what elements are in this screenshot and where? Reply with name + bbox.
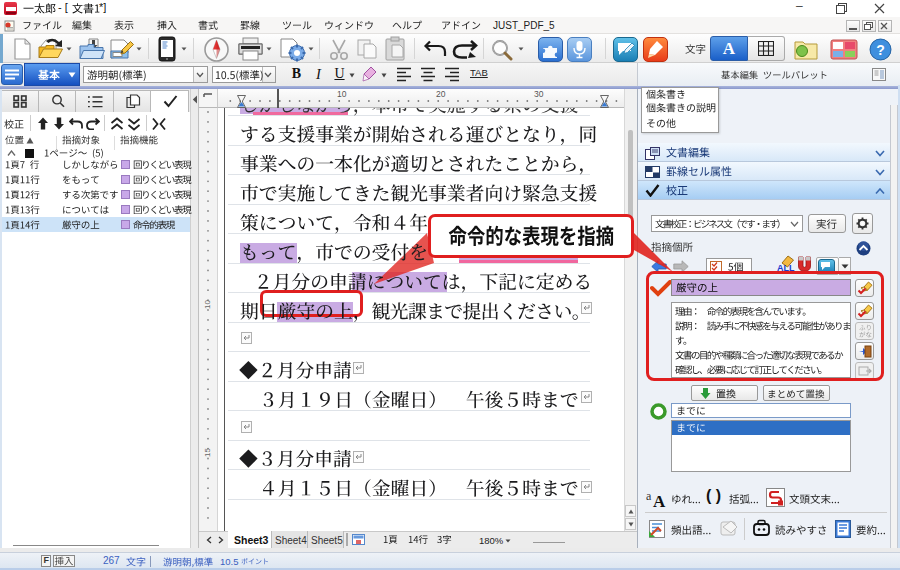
- svg-text:a: a: [646, 489, 652, 503]
- svg-text:?: ?: [876, 42, 885, 58]
- svg-text:A: A: [653, 492, 666, 508]
